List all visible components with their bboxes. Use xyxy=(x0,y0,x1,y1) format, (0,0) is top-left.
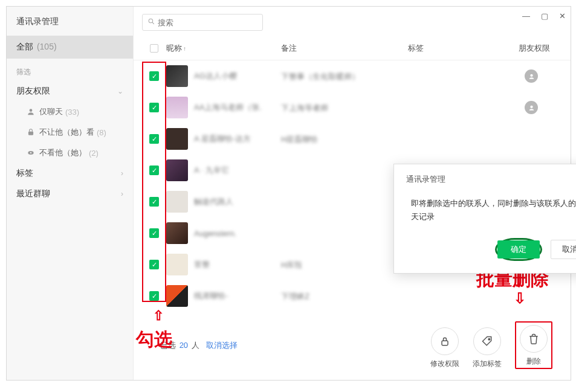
filter-all[interactable]: 全部 (105) xyxy=(7,36,133,59)
row-checkbox[interactable]: ✓ xyxy=(149,291,159,301)
footer-actions: 修改权限 添加标签 删除 xyxy=(430,321,552,369)
filter-tag-label: 标签 xyxy=(16,168,33,179)
avatar xyxy=(166,191,188,213)
search-icon xyxy=(147,18,155,27)
row-checkbox[interactable]: ✓ xyxy=(149,228,159,238)
nickname: A 星磊聊恰-达方 xyxy=(194,133,251,144)
close-icon[interactable]: ✕ xyxy=(559,11,566,21)
filter-priv-label: 朋友权限 xyxy=(16,86,50,97)
confirm-modal: 通讯录管理 ✕ 即将删除选中的联系人，同时删除与该联系人的聊天记录 确定 取消 xyxy=(393,164,576,274)
annotation-ok-ring: 确定 xyxy=(495,238,542,261)
filter-sub-chat-count: (33) xyxy=(65,108,79,117)
header-tag[interactable]: 标签 xyxy=(408,43,505,54)
header-remark[interactable]: 备注 xyxy=(281,43,408,54)
nickname: Augenstern. xyxy=(194,229,236,238)
svg-point-0 xyxy=(30,109,33,112)
search-input[interactable] xyxy=(158,18,257,27)
row-checkbox[interactable]: ✓ xyxy=(149,103,159,112)
filter-all-count: (105) xyxy=(37,42,57,51)
modify-priv-button[interactable]: 修改权限 xyxy=(430,327,459,369)
nickname: 触途代路人 xyxy=(194,196,233,207)
filter-priv[interactable]: 朋友权限 ⌄ xyxy=(7,81,133,101)
priv-icon xyxy=(525,69,538,83)
nickname: AA上海马老师（张. xyxy=(194,102,262,113)
svg-point-6 xyxy=(530,74,532,76)
sort-asc-icon: ↑ xyxy=(183,45,186,52)
modal-title: 通讯录管理 xyxy=(406,174,576,185)
footer-bar: 已选 20 人 取消选择 修改权限 添加标签 xyxy=(7,321,571,369)
deselect-link[interactable]: 取消选择 xyxy=(206,341,238,350)
avatar xyxy=(166,128,188,150)
maximize-icon[interactable]: ▢ xyxy=(541,11,548,21)
cancel-button[interactable]: 取消 xyxy=(551,240,576,259)
remark: 下上海等者师 xyxy=(281,103,328,112)
svg-point-4 xyxy=(149,19,153,23)
row-checkbox[interactable]: ✓ xyxy=(149,71,159,81)
annotation-box-delete: 删除 xyxy=(515,321,552,369)
filter-sub-not-see-label: 不看他（她） xyxy=(39,147,86,158)
window-controls: — ▢ ✕ xyxy=(522,11,566,21)
avatar xyxy=(166,285,188,307)
filter-sub-not-see[interactable]: 不看他（她） (2) xyxy=(7,143,133,163)
avatar xyxy=(166,254,188,275)
row-checkbox[interactable]: ✓ xyxy=(149,165,159,175)
avatar xyxy=(166,65,188,87)
avatar xyxy=(166,159,188,181)
nickname: 冒整 xyxy=(194,259,210,270)
nickname: 线涛聊恰- xyxy=(194,291,228,301)
app-window: 通讯录管理 全部 (105) 筛选 朋友权限 ⌄ 仅聊天 (33) 不让他（她）… xyxy=(6,6,571,381)
delete-button[interactable]: 删除 xyxy=(520,325,548,367)
table-row[interactable]: ✓ 线涛聊恰- 下理眯Z xyxy=(134,280,571,312)
row-checkbox[interactable]: ✓ xyxy=(149,134,159,144)
filter-sub-hide-from[interactable]: 不让他（她）看 (8) xyxy=(7,122,133,143)
svg-point-3 xyxy=(30,152,31,153)
lock-icon xyxy=(26,127,36,137)
header-nickname[interactable]: 昵称 ↑ xyxy=(166,43,281,54)
table-row[interactable]: ✓ AG达人小樱 下整事（生化取暖师） xyxy=(134,60,571,92)
eye-slash-icon xyxy=(26,148,36,158)
minimize-icon[interactable]: — xyxy=(522,11,530,21)
avatar xyxy=(166,222,188,244)
chevron-right-icon: › xyxy=(121,190,123,198)
sidebar-title: 通讯录管理 xyxy=(7,9,133,36)
filter-sub-chat-only[interactable]: 仅聊天 (33) xyxy=(7,101,133,122)
filter-recent-group[interactable]: 最近群聊 › xyxy=(7,184,133,204)
header-priv[interactable]: 朋友权限 xyxy=(505,43,562,54)
row-checkbox[interactable]: ✓ xyxy=(149,197,159,207)
chevron-down-icon: ⌄ xyxy=(117,87,123,95)
filter-all-label: 全部 xyxy=(16,42,33,51)
svg-rect-10 xyxy=(442,341,448,345)
remark: 下理眯Z xyxy=(281,292,309,301)
filter-sub-not-see-count: (2) xyxy=(89,149,99,158)
filter-section-label: 筛选 xyxy=(7,59,133,81)
search-box[interactable] xyxy=(142,14,263,31)
add-tag-button[interactable]: 添加标签 xyxy=(473,327,502,369)
person-icon xyxy=(26,107,36,117)
tag-icon xyxy=(473,327,501,355)
header-checkbox[interactable] xyxy=(142,44,166,53)
row-checkbox[interactable]: ✓ xyxy=(149,260,159,269)
remark: H库毁 xyxy=(281,260,302,269)
lock-icon xyxy=(431,327,459,355)
nickname: A · 九辛它 xyxy=(194,165,229,176)
svg-rect-1 xyxy=(28,132,33,135)
trash-icon xyxy=(520,325,548,353)
remark: H星磊聊恰 xyxy=(281,135,318,144)
nickname: AG达人小樱 xyxy=(194,71,237,82)
modal-actions: 确定 取消 xyxy=(406,238,576,261)
table-row[interactable]: ✓ A 星磊聊恰-达方 H星磊聊恰 xyxy=(134,123,571,155)
svg-point-11 xyxy=(488,338,490,340)
filter-sub-hide-from-label: 不让他（她）看 xyxy=(39,127,94,138)
remark: 下整事（生化取暖师） xyxy=(281,72,360,81)
selection-status: 已选 20 人 取消选择 xyxy=(160,340,238,351)
topbar: — ▢ ✕ xyxy=(134,7,571,38)
priv-icon xyxy=(525,101,538,114)
table-row[interactable]: ✓ AA上海马老师（张. 下上海等者师 xyxy=(134,92,571,123)
modal-body: 即将删除选中的联系人，同时删除与该联系人的聊天记录 xyxy=(406,185,576,238)
svg-line-5 xyxy=(152,22,154,24)
confirm-button[interactable]: 确定 xyxy=(497,240,540,259)
filter-tag[interactable]: 标签 › xyxy=(7,163,133,184)
filter-sub-hide-from-count: (8) xyxy=(97,128,106,137)
filter-recent-label: 最近群聊 xyxy=(16,188,50,199)
selected-count: 20 xyxy=(180,341,188,350)
